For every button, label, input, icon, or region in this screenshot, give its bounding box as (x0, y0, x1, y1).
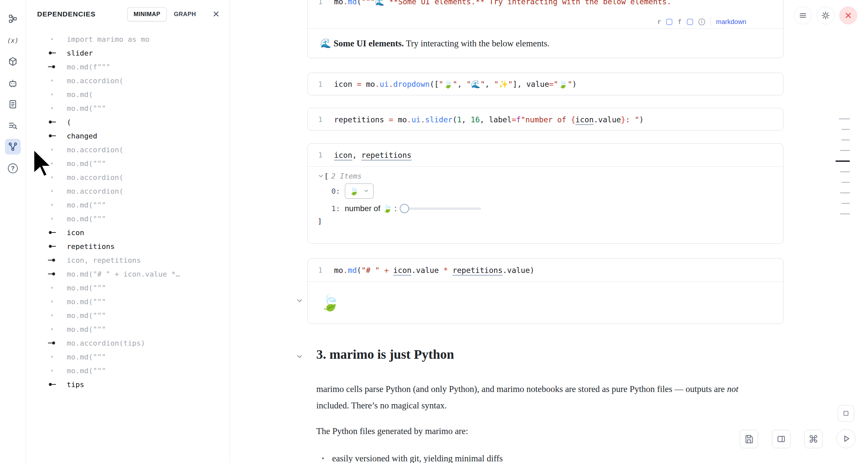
cell-editor[interactable]: 1 mo.md("""🌊 **Some UI elements.** Try i… (308, 0, 783, 15)
cell-code-preview: ( (67, 118, 71, 126)
cell-code-preview: mo.md(""" (67, 311, 106, 320)
tab-graph[interactable]: GRAPH (168, 7, 202, 21)
cell-code-preview: import marimo as mo (67, 35, 150, 43)
cell-node-icon (48, 271, 61, 277)
close-panel-button[interactable]: ✕ (212, 10, 220, 19)
slider-label: number of 🍃 : (345, 204, 397, 213)
minimize-panel-button[interactable] (838, 405, 854, 422)
layout-toggle-button[interactable] (772, 430, 790, 448)
icon-dropdown-select[interactable]: 🍃 (345, 184, 374, 198)
slider-track[interactable] (401, 208, 481, 210)
cell-tracker-line[interactable] (840, 213, 850, 214)
cell-code-preview: mo.md( (67, 90, 93, 99)
cell-node-icon (48, 78, 61, 83)
sidebar-icon-rail: (x) ? (0, 0, 26, 463)
settings-button[interactable] (817, 7, 834, 24)
info-icon[interactable]: i (699, 19, 705, 25)
save-icon (744, 434, 753, 443)
toolbar-divider (711, 18, 711, 26)
cell-tracker-line[interactable] (840, 171, 850, 172)
cell-editor[interactable]: 1 icon = mo.ui.dropdown(["🍃", "🌊", "✨"],… (308, 73, 783, 96)
minimap-cell-row[interactable]: mo.md(""" (26, 322, 229, 336)
minimap-cell-row[interactable]: mo.md(f""" (26, 60, 229, 74)
cell-tracker-line[interactable] (841, 129, 850, 130)
slider-knob[interactable] (400, 204, 409, 213)
minimap-cell-row[interactable]: mo.md(""" (26, 157, 229, 170)
minimap-cell-row[interactable]: import marimo as mo (26, 32, 229, 46)
minimap-cell-row[interactable]: mo.accordion( (26, 184, 229, 198)
minimap-cell-row[interactable]: mo.md(""" (26, 295, 229, 308)
minimap-cell-row[interactable]: mo.md(""" (26, 364, 229, 377)
cell-code-preview: mo.accordion(tips) (67, 339, 145, 347)
toggle-f-checkbox[interactable] (687, 19, 693, 25)
cell-node-icon (48, 188, 61, 194)
panel-title: DEPENDENCIES (37, 10, 96, 18)
minimap-cell-row[interactable]: mo.md(""" (26, 350, 229, 364)
cell-tracker-line[interactable] (841, 203, 850, 204)
collapse-cell-chevron[interactable] (294, 295, 305, 306)
cell-position-tracker (835, 118, 850, 224)
cell-code-preview: repetitions (67, 242, 115, 251)
cell-editor[interactable]: 1 icon, repetitions (308, 144, 783, 166)
toggle-r-checkbox[interactable] (666, 19, 672, 25)
cell-tracker-line[interactable] (841, 140, 850, 141)
collapse-section-chevron[interactable] (294, 351, 305, 362)
shutdown-button[interactable] (839, 7, 857, 24)
minimap-cell-row[interactable]: mo.accordion(tips) (26, 336, 229, 350)
minimap-cell-row[interactable]: mo.accordion( (26, 170, 229, 184)
documentation-icon[interactable] (5, 96, 21, 112)
ai-assistant-icon[interactable] (5, 75, 21, 91)
tuple-output-cell: 1 icon, repetitions [ 2 Items 0: 🍃 (307, 143, 783, 244)
command-palette-button[interactable]: ⌘ (804, 430, 823, 448)
cell-node-icon (48, 36, 61, 42)
minimap-cell-row[interactable]: changed (26, 129, 229, 143)
minimap-cell-row[interactable]: mo.md(""" (26, 281, 229, 295)
paragraph: The Python files generated by marimo are… (316, 426, 468, 436)
cell-tracker-line[interactable] (841, 182, 850, 183)
cell-tracker-line[interactable] (839, 118, 850, 119)
minimap-cell-row[interactable]: icon, repetitions (26, 253, 229, 267)
cell-tracker-line[interactable] (840, 192, 850, 193)
save-notebook-button[interactable] (740, 430, 758, 448)
minimap-cell-row[interactable]: mo.md(""" (26, 101, 229, 115)
minimap-cell-row[interactable]: mo.md( (26, 88, 229, 101)
cell-code-preview: mo.accordion( (67, 146, 123, 154)
minimap-cell-row[interactable]: mo.accordion( (26, 143, 229, 157)
repetitions-slider[interactable]: number of 🍃 : (345, 204, 481, 213)
minimap-cell-row[interactable]: slider (26, 46, 229, 60)
cell-node-icon (48, 105, 61, 111)
cell-tracker-line[interactable] (835, 160, 850, 162)
notebook-menu-button[interactable] (794, 7, 812, 24)
dropdown-selected-value: 🍃 (349, 186, 359, 196)
collapse-chevron-icon[interactable] (318, 174, 324, 179)
minimap-cell-row[interactable]: mo.md("# " + icon.value *… (26, 267, 229, 281)
run-cells-button[interactable] (836, 429, 856, 448)
file-tree-icon[interactable] (5, 11, 21, 27)
minimap-cell-row[interactable]: mo.md(""" (26, 212, 229, 225)
cell-node-icon (48, 133, 61, 138)
cell-editor[interactable]: 1 repetitions = mo.ui.slider(1, 16, labe… (308, 108, 783, 131)
help-icon[interactable]: ? (5, 160, 21, 176)
language-mode-markdown[interactable]: markdown (716, 18, 746, 26)
section-heading: 3. marimo is just Python (316, 347, 454, 362)
packages-icon[interactable] (5, 54, 21, 69)
cell-tracker-line[interactable] (840, 150, 850, 151)
tab-minimap[interactable]: MINIMAP (127, 7, 167, 21)
minimap-cell-row[interactable]: mo.md(""" (26, 308, 229, 322)
cell-node-icon (48, 285, 61, 290)
minimap-cell-row[interactable]: mo.md(""" (26, 198, 229, 212)
cell-editor[interactable]: 1 mo.md("# " + icon.value * repetitions.… (308, 259, 783, 281)
minimap-cell-row[interactable]: tips (26, 377, 229, 391)
dependency-graph-icon[interactable] (5, 139, 21, 155)
variables-icon[interactable]: (x) (5, 33, 21, 48)
close-icon (844, 11, 852, 20)
minimap-cell-row[interactable]: mo.accordion( (26, 74, 229, 88)
minimap-cell-row[interactable]: repetitions (26, 239, 229, 253)
minimap-cell-row[interactable]: icon (26, 225, 229, 239)
logs-search-icon[interactable] (5, 118, 21, 133)
dependencies-panel-header: DEPENDENCIES MINIMAP GRAPH ✕ (26, 0, 229, 28)
md-output-cell: 1 mo.md("# " + icon.value * repetitions.… (307, 258, 783, 324)
cell-node-icon (48, 92, 61, 97)
minimap-cell-row[interactable]: ( (26, 115, 229, 129)
cell-output: [ 2 Items 0: 🍃 1: number of 🍃 : (308, 166, 783, 225)
